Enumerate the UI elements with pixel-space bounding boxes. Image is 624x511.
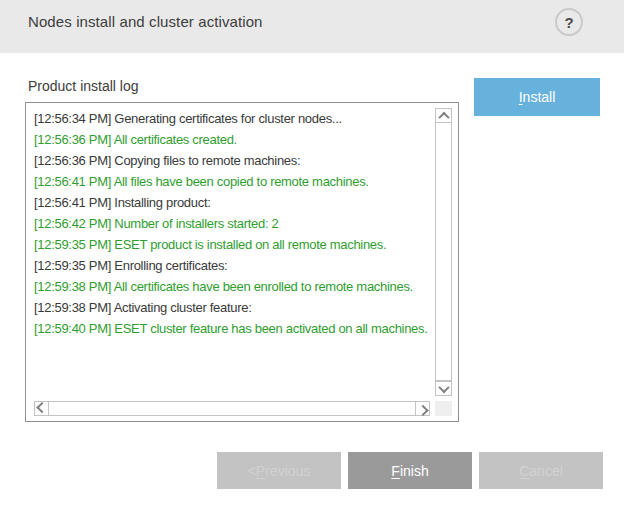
cancel-button[interactable]: Cancel — [479, 452, 603, 489]
horizontal-scrollbar[interactable] — [34, 401, 430, 416]
scroll-left-button[interactable] — [34, 401, 49, 416]
finish-button[interactable]: Finish — [348, 452, 472, 489]
log-line: [12:59:35 PM] Enrolling certificates: — [34, 255, 429, 276]
wizard-window: Nodes install and cluster activation ? P… — [0, 0, 624, 511]
log-line: [12:56:36 PM] All certificates created. — [34, 129, 429, 150]
log-line: [12:56:36 PM] Copying files to remote ma… — [34, 150, 429, 171]
product-install-log[interactable]: [12:56:34 PM] Generating certificates fo… — [25, 102, 459, 422]
log-line: [12:59:38 PM] Activating cluster feature… — [34, 297, 429, 318]
scroll-up-button[interactable] — [435, 108, 452, 123]
log-lines: [12:56:34 PM] Generating certificates fo… — [34, 108, 429, 397]
log-line: [12:56:42 PM] Number of installers start… — [34, 213, 429, 234]
wizard-header: Nodes install and cluster activation ? — [0, 0, 624, 53]
question-mark-icon: ? — [564, 15, 573, 30]
page-title: Nodes install and cluster activation — [28, 13, 263, 30]
log-line: [12:59:38 PM] All certificates have been… — [34, 276, 429, 297]
scroll-right-button[interactable] — [415, 401, 430, 416]
chevron-left-icon — [36, 401, 47, 412]
horizontal-scrollbar-thumb[interactable] — [49, 401, 415, 416]
chevron-up-icon — [438, 111, 449, 122]
vertical-scrollbar-thumb[interactable] — [435, 123, 452, 381]
log-label: Product install log — [28, 78, 139, 94]
chevron-right-icon — [417, 404, 428, 415]
log-line: [12:56:41 PM] Installing product: — [34, 192, 429, 213]
log-line: [12:56:34 PM] Generating certificates fo… — [34, 108, 429, 129]
install-button[interactable]: Install — [474, 78, 600, 116]
scroll-down-button[interactable] — [435, 381, 452, 396]
scrollbar-corner — [435, 401, 452, 416]
vertical-scrollbar[interactable] — [435, 108, 452, 396]
help-button[interactable]: ? — [555, 8, 583, 36]
log-line: [12:59:40 PM] ESET cluster feature has b… — [34, 318, 429, 339]
previous-button[interactable]: < Previous — [217, 452, 341, 489]
log-line: [12:56:41 PM] All files have been copied… — [34, 171, 429, 192]
chevron-down-icon — [438, 381, 449, 392]
log-line: [12:59:35 PM] ESET product is installed … — [34, 234, 429, 255]
